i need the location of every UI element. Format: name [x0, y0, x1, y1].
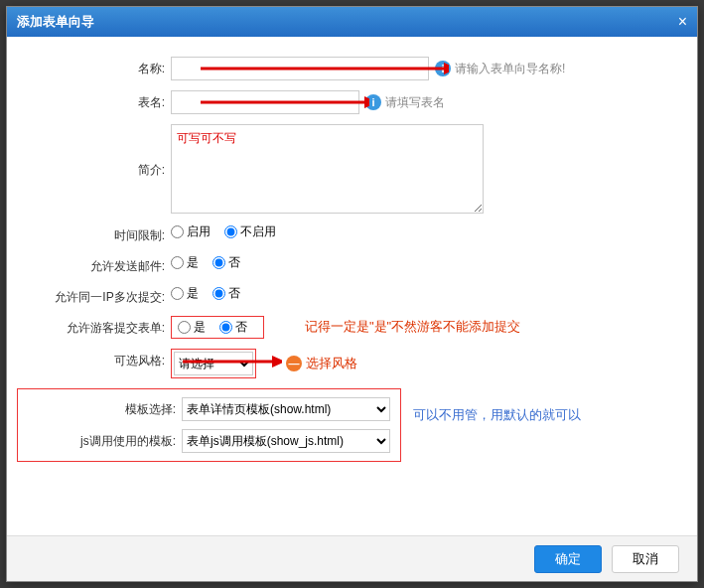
- dialog: 添加表单向导 × 名称 i 请输入表单向导名称! 表名 i 请填写表名 简介: [6, 6, 698, 582]
- style-box: 请选择: [171, 349, 256, 378]
- tpl-select[interactable]: 表单详情页模板(show.html): [182, 397, 390, 421]
- style-select[interactable]: 请选择: [174, 352, 253, 375]
- minus-icon: —: [286, 356, 302, 371]
- timelimit-disable[interactable]: 不启用: [224, 223, 276, 240]
- intro-textarea[interactable]: [171, 124, 484, 214]
- label-timelimit: 时间限制: [7, 223, 171, 244]
- label-tpl: 模板选择: [28, 401, 182, 418]
- sameip-no[interactable]: 否: [212, 285, 240, 302]
- tpl-annotation: 可以不用管，用默认的就可以: [413, 406, 581, 424]
- label-intro: 简介: [7, 124, 171, 179]
- titlebar: 添加表单向导 ×: [7, 7, 697, 37]
- guest-group-box: 是 否: [171, 316, 264, 339]
- info-icon: i: [435, 61, 451, 76]
- table-input[interactable]: [171, 90, 359, 114]
- timelimit-enable[interactable]: 启用: [171, 223, 211, 240]
- table-hint: 请填写表名: [385, 94, 445, 111]
- mail-no[interactable]: 否: [212, 254, 240, 271]
- close-icon[interactable]: ×: [678, 13, 687, 31]
- dialog-body: 名称 i 请输入表单向导名称! 表名 i 请填写表名 简介: [7, 37, 697, 462]
- label-style: 可选风格: [7, 349, 171, 369]
- svg-marker-5: [272, 356, 282, 368]
- guest-no[interactable]: 否: [219, 319, 247, 336]
- style-hint: 选择风格: [306, 355, 357, 372]
- guest-annotation: 记得一定是"是"不然游客不能添加提交: [305, 318, 520, 336]
- dialog-footer: 确定 取消: [7, 535, 697, 581]
- cancel-button[interactable]: 取消: [612, 545, 679, 573]
- label-guest: 允许游客提交表单: [7, 316, 171, 337]
- label-sameip: 允许同一IP多次提交: [7, 285, 171, 306]
- ok-button[interactable]: 确定: [534, 545, 602, 573]
- sameip-yes[interactable]: 是: [171, 285, 199, 302]
- dialog-title: 添加表单向导: [17, 13, 94, 31]
- label-mail: 允许发送邮件: [7, 254, 171, 275]
- template-box: 模板选择 表单详情页模板(show.html) js调用使用的模板 表单js调用…: [17, 388, 401, 462]
- label-name: 名称: [7, 57, 171, 77]
- label-table: 表名: [7, 90, 171, 111]
- name-hint: 请输入表单向导名称!: [455, 61, 565, 77]
- guest-yes[interactable]: 是: [178, 319, 206, 336]
- name-input[interactable]: [171, 57, 429, 80]
- mail-yes[interactable]: 是: [171, 254, 199, 271]
- label-jstpl: js调用使用的模板: [28, 433, 182, 450]
- jstpl-select[interactable]: 表单js调用模板(show_js.html): [182, 429, 390, 453]
- info-icon: i: [365, 94, 381, 110]
